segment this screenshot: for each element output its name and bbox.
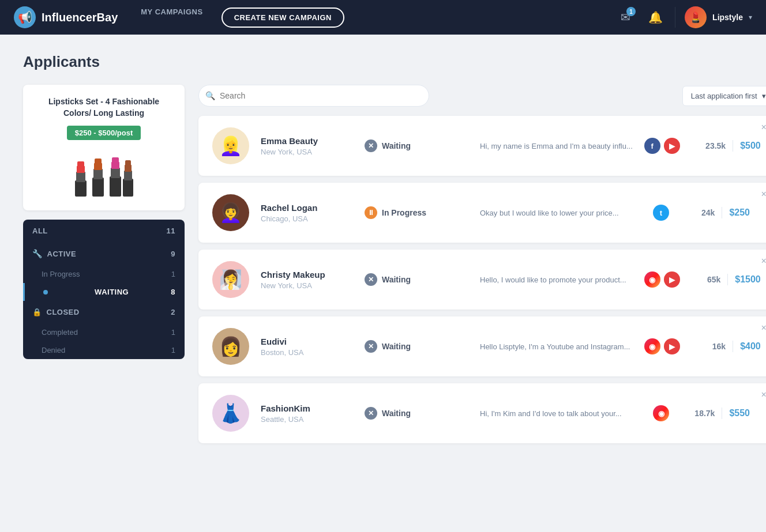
navbar: 📢 InfluencerBay MY CAMPAIGNS CREATE NEW … (0, 0, 766, 35)
filter-completed[interactable]: Completed 1 (23, 323, 185, 341)
close-icon[interactable]: × (761, 323, 766, 333)
chevron-down-icon: ▾ (749, 13, 752, 21)
applicant-location: Chicago, USA (261, 214, 353, 223)
close-icon[interactable]: × (761, 256, 766, 266)
svg-rect-7 (95, 159, 102, 164)
brand-logo[interactable]: 📢 InfluencerBay (14, 6, 118, 28)
card-stats: 65k $1500 (692, 274, 761, 285)
filter-in-progress-count: 1 (171, 270, 175, 278)
close-icon[interactable]: × (761, 123, 766, 132)
table-row: 1 × 👱‍♀️ Emma Beauty New York, USA ✕ Wai… (198, 116, 766, 176)
table-row: × 👗 FashionKim Seattle, USA ✕ Waiting Hi… (198, 383, 766, 443)
applicant-info: Eudivi Boston, USA (261, 337, 353, 357)
filter-waiting-count: 8 (171, 288, 175, 296)
stats-divider (722, 207, 722, 218)
user-menu[interactable]: 💄 Lipstyle ▾ (685, 6, 752, 28)
filter-closed[interactable]: 🔒 CLOSED 2 (23, 301, 185, 323)
filter-in-progress[interactable]: In Progress 1 (23, 265, 185, 283)
avatar: 👩 (212, 328, 249, 365)
followers-count: 23.5k (705, 141, 726, 150)
youtube-icon[interactable]: ▶ (664, 138, 680, 154)
applicant-info: Christy Makeup New York, USA (261, 270, 353, 290)
nav-my-campaigns[interactable]: MY CAMPAIGNS (141, 7, 202, 28)
svg-rect-9 (111, 168, 120, 178)
applicant-location: New York, USA (261, 281, 353, 290)
filter-denied-count: 1 (171, 346, 175, 354)
filter-denied[interactable]: Denied 1 (23, 341, 185, 359)
instagram-icon[interactable]: ◉ (644, 271, 660, 288)
followers-count: 18.7k (694, 409, 715, 418)
filter-closed-count: 2 (171, 308, 175, 316)
facebook-icon[interactable]: f (644, 138, 660, 154)
card-stats: 16k $400 (692, 341, 761, 352)
status-label: Waiting (382, 342, 411, 351)
filter-completed-label: Completed (42, 328, 78, 337)
status-icon: ✕ (365, 340, 377, 353)
status-icon: ⏸ (365, 206, 377, 219)
applicant-message: Hello Lisptyle, I'm a Youtube and Instag… (480, 342, 633, 351)
status-icon: ✕ (365, 407, 377, 420)
sidebar: Lipsticks Set - 4 Fashionable Colors/ Lo… (23, 85, 185, 450)
price-value[interactable]: $1500 (735, 274, 761, 285)
nav-links: MY CAMPAIGNS CREATE NEW CAMPAIGN (141, 7, 615, 28)
applicant-status: ✕ Waiting (365, 340, 468, 353)
applicant-name: Christy Makeup (261, 270, 353, 280)
applicant-name: Emma Beauty (261, 136, 353, 146)
search-input[interactable] (198, 85, 429, 107)
applicant-location: Seattle, USA (261, 415, 353, 424)
instagram-icon[interactable]: ◉ (644, 338, 660, 354)
search-icon: 🔍 (205, 91, 215, 100)
campaign-card: Lipsticks Set - 4 Fashionable Colors/ Lo… (23, 85, 185, 210)
campaign-price: $250 - $500/post (67, 126, 141, 140)
search-box: 🔍 (198, 85, 429, 107)
filter-all[interactable]: ALL 11 (23, 220, 185, 242)
social-icons: f▶ (644, 138, 680, 154)
price-value[interactable]: $550 (729, 408, 750, 418)
youtube-icon[interactable]: ▶ (664, 271, 680, 288)
youtube-icon[interactable]: ▶ (664, 338, 680, 354)
bell-icon: 🔔 (648, 10, 663, 24)
table-row: × 👩 Eudivi Boston, USA ✕ Waiting Hello L… (198, 316, 766, 376)
close-icon[interactable]: × (761, 190, 766, 199)
applicant-message: Hi, my name is Emma and I'm a beauty inf… (480, 142, 633, 150)
social-icons: ◉▶ (644, 271, 680, 288)
applicant-info: Emma Beauty New York, USA (261, 136, 353, 156)
sort-label: Last application first (691, 92, 757, 100)
table-row: × 🧖‍♀️ Christy Makeup New York, USA ✕ Wa… (198, 250, 766, 310)
wrench-icon: 🔧 (32, 249, 43, 258)
price-value[interactable]: $500 (740, 141, 761, 151)
applicant-name: Eudivi (261, 337, 353, 346)
applicants-panel: 🔍 Last application first ▾ 1 × 👱‍♀️ Emma… (198, 85, 766, 450)
applicants-list: 1 × 👱‍♀️ Emma Beauty New York, USA ✕ Wai… (198, 116, 766, 443)
applicant-message: Okay but I would like to lower your pric… (480, 209, 641, 217)
filter-all-label: ALL (32, 227, 48, 235)
applicant-info: FashionKim Seattle, USA (261, 403, 353, 424)
applicant-name: FashionKim (261, 403, 353, 413)
applicant-message: Hello, I would like to promote your prod… (480, 276, 633, 284)
status-label: In Progress (382, 208, 426, 217)
price-value[interactable]: $250 (729, 207, 750, 218)
applicant-name: Rachel Logan (261, 203, 353, 213)
panel-toolbar: 🔍 Last application first ▾ (198, 85, 766, 107)
price-value[interactable]: $400 (740, 341, 761, 352)
sort-dropdown[interactable]: Last application first ▾ (682, 86, 766, 106)
messages-button[interactable]: ✉ 1 (615, 7, 636, 28)
filter-waiting[interactable]: Waiting 8 (23, 283, 185, 301)
filter-in-progress-label: In Progress (42, 270, 80, 278)
instagram-icon[interactable]: ◉ (653, 405, 669, 421)
main-layout: Lipsticks Set - 4 Fashionable Colors/ Lo… (23, 85, 743, 450)
card-stats: 23.5k $500 (692, 140, 761, 152)
notifications-button[interactable]: 🔔 (645, 7, 666, 28)
svg-rect-1 (76, 172, 85, 182)
stats-divider (727, 274, 728, 285)
svg-rect-13 (124, 171, 132, 180)
close-icon[interactable]: × (761, 390, 766, 399)
avatar: 🧖‍♀️ (212, 261, 249, 298)
svg-rect-15 (125, 160, 131, 166)
svg-rect-5 (93, 169, 103, 179)
twitter-icon[interactable]: t (653, 205, 669, 221)
create-campaign-button[interactable]: CREATE NEW CAMPAIGN (221, 7, 344, 28)
filter-active[interactable]: 🔧 ACTIVE 9 (23, 242, 185, 265)
chevron-down-icon: ▾ (762, 92, 766, 100)
navbar-right: ✉ 1 🔔 💄 Lipstyle ▾ (615, 6, 752, 28)
